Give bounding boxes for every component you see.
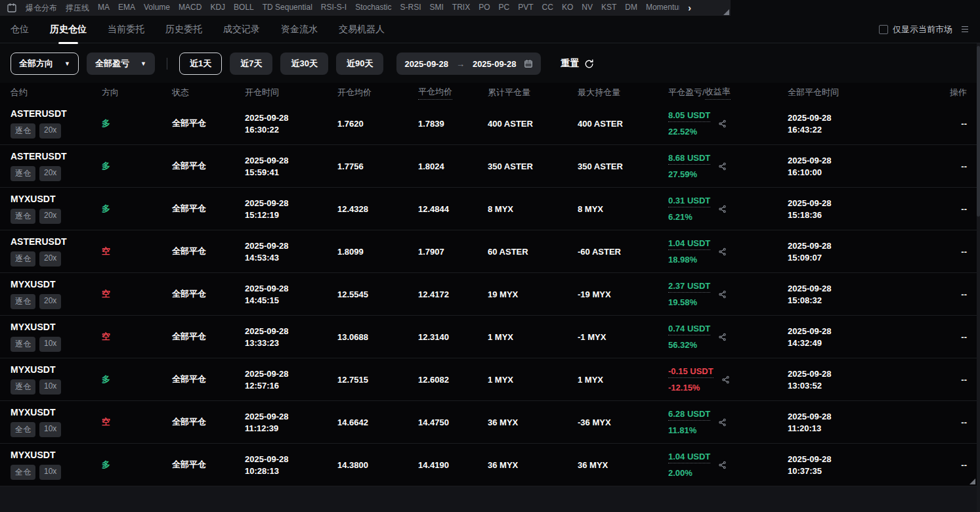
share-icon[interactable] — [718, 418, 727, 427]
indicator-item[interactable]: BOLL — [234, 3, 254, 14]
market-filter-checkbox[interactable] — [879, 25, 888, 34]
contract-symbol[interactable]: ASTERUSDT — [11, 151, 102, 161]
indicator-item[interactable]: KST — [601, 3, 616, 14]
pnl-value: 1.04 USDT — [668, 452, 710, 463]
reset-button[interactable]: 重置 — [561, 58, 594, 70]
indicator-item[interactable]: TD Sequential — [263, 3, 312, 14]
date-to[interactable]: 2025-09-28 — [473, 59, 517, 69]
contract-cell[interactable]: MYXUSDT 逐仓 10x — [11, 364, 102, 395]
indicator-item[interactable]: DM — [625, 3, 637, 14]
share-icon[interactable] — [718, 119, 727, 128]
calendar-icon[interactable] — [524, 59, 533, 68]
contract-cell[interactable]: MYXUSDT 全仓 10x — [11, 407, 102, 437]
status-value: 全部平仓 — [172, 416, 245, 428]
indicator-item[interactable]: RSI-S-I — [321, 3, 347, 14]
contract-symbol[interactable]: MYXUSDT — [11, 194, 102, 204]
tab-资金流水[interactable]: 资金流水 — [281, 16, 318, 43]
indicator-item[interactable]: TRIX — [452, 3, 470, 14]
contract-symbol[interactable]: ASTERUSDT — [11, 108, 102, 119]
contract-symbol[interactable]: MYXUSDT — [11, 407, 102, 417]
range-button-30d[interactable]: 近30天 — [280, 53, 328, 75]
indicator-item[interactable]: S-RSI — [400, 3, 421, 14]
direction-value: 空 — [102, 416, 172, 428]
tab-交易机器人[interactable]: 交易机器人 — [339, 16, 385, 43]
header-closed-qty: 累计平仓量 — [488, 87, 578, 98]
header-pnl[interactable]: 平仓盈亏/收益率 — [668, 86, 788, 100]
contract-cell[interactable]: ASTERUSDT 逐仓 20x — [11, 108, 102, 139]
tab-当前委托[interactable]: 当前委托 — [108, 16, 144, 43]
contract-cell[interactable]: MYXUSDT 逐仓 20x — [11, 194, 102, 224]
pnl-select[interactable]: 全部盈亏 ▼ — [87, 53, 155, 75]
header-close-price[interactable]: 平仓均价 — [418, 86, 488, 100]
action-value[interactable]: -- — [932, 332, 967, 342]
indicator-item[interactable]: 撑压线 — [66, 3, 89, 14]
action-value[interactable]: -- — [932, 375, 967, 385]
indicator-item[interactable]: KDJ — [210, 3, 225, 14]
indicator-item[interactable]: Momentum — [646, 3, 679, 14]
contract-symbol[interactable]: MYXUSDT — [11, 450, 102, 460]
share-icon[interactable] — [718, 205, 727, 213]
tab-历史仓位[interactable]: 历史仓位 — [50, 16, 87, 43]
contract-symbol[interactable]: MYXUSDT — [11, 279, 102, 289]
table-row: MYXUSDT 逐仓 10x 多 全部平仓 2025-09-2812:57:16… — [0, 358, 980, 401]
contract-symbol[interactable]: ASTERUSDT — [11, 236, 102, 247]
chevron-right-icon[interactable]: › — [688, 3, 724, 13]
contract-cell[interactable]: MYXUSDT 全仓 10x — [11, 450, 102, 480]
action-value[interactable]: -- — [932, 289, 967, 299]
indicator-item[interactable]: NV — [582, 3, 593, 14]
calendar-icon[interactable] — [7, 3, 17, 13]
share-icon[interactable] — [718, 247, 727, 256]
pnl-cell: 0.74 USDT 56.32% — [668, 324, 788, 350]
share-icon[interactable] — [721, 375, 730, 384]
range-button-1d[interactable]: 近1天 — [179, 53, 222, 75]
leverage-badge: 20x — [39, 123, 61, 139]
share-icon[interactable] — [718, 290, 727, 299]
indicator-item[interactable]: MA — [98, 3, 110, 14]
direction-value: 多 — [102, 117, 172, 129]
tab-仓位[interactable]: 仓位 — [11, 16, 29, 43]
date-range-picker[interactable]: 2025-09-28 → 2025-09-28 — [396, 53, 541, 75]
indicator-item[interactable]: 爆仓分布 — [26, 3, 57, 14]
action-value[interactable]: -- — [932, 161, 967, 171]
contract-cell[interactable]: ASTERUSDT 逐仓 20x — [11, 236, 102, 267]
tab-成交记录[interactable]: 成交记录 — [223, 16, 260, 43]
column-settings-icon[interactable] — [962, 26, 969, 33]
roi-value: 19.58% — [668, 297, 710, 307]
share-icon[interactable] — [718, 333, 727, 341]
indicator-item[interactable]: MACD — [179, 3, 202, 14]
action-value[interactable]: -- — [932, 417, 967, 427]
action-value[interactable]: -- — [932, 247, 967, 257]
indicator-item[interactable]: PO — [479, 3, 490, 14]
direction-select[interactable]: 全部方向 ▼ — [11, 53, 79, 75]
scrollbar[interactable] — [977, 43, 980, 512]
margin-mode-badge: 全仓 — [11, 422, 35, 437]
range-button-7d[interactable]: 近7天 — [230, 53, 272, 75]
table-resize-handle-icon[interactable] — [969, 479, 975, 484]
indicator-item[interactable]: EMA — [118, 3, 135, 14]
indicator-item[interactable]: PC — [499, 3, 510, 14]
action-value[interactable]: -- — [932, 204, 967, 214]
indicator-item[interactable]: Stochastic — [355, 3, 391, 14]
contract-symbol[interactable]: MYXUSDT — [11, 322, 102, 332]
contract-cell[interactable]: MYXUSDT 逐仓 10x — [11, 322, 102, 352]
indicator-item[interactable]: PVT — [518, 3, 533, 14]
contract-symbol[interactable]: MYXUSDT — [11, 364, 102, 375]
contract-cell[interactable]: MYXUSDT 逐仓 20x — [11, 279, 102, 309]
indicator-item[interactable]: Volume — [144, 3, 170, 14]
indicator-item[interactable]: CC — [542, 3, 553, 14]
close-price-value: 1.7839 — [418, 119, 488, 129]
share-icon[interactable] — [718, 461, 727, 469]
range-button-90d[interactable]: 近90天 — [336, 53, 383, 75]
contract-cell[interactable]: ASTERUSDT 逐仓 20x — [11, 151, 102, 181]
share-icon[interactable] — [718, 162, 727, 171]
open-price-value: 14.3800 — [337, 460, 418, 470]
action-value[interactable]: -- — [932, 460, 967, 470]
resize-handle-icon[interactable] — [723, 9, 729, 15]
action-value[interactable]: -- — [932, 119, 967, 129]
date-from[interactable]: 2025-09-28 — [404, 59, 448, 69]
scrollbar-thumb[interactable] — [977, 46, 980, 217]
market-filter[interactable]: 仅显示当前市场 — [879, 24, 952, 35]
indicator-item[interactable]: SMI — [430, 3, 444, 14]
indicator-item[interactable]: KO — [562, 3, 573, 14]
tab-历史委托[interactable]: 历史委托 — [165, 16, 202, 43]
